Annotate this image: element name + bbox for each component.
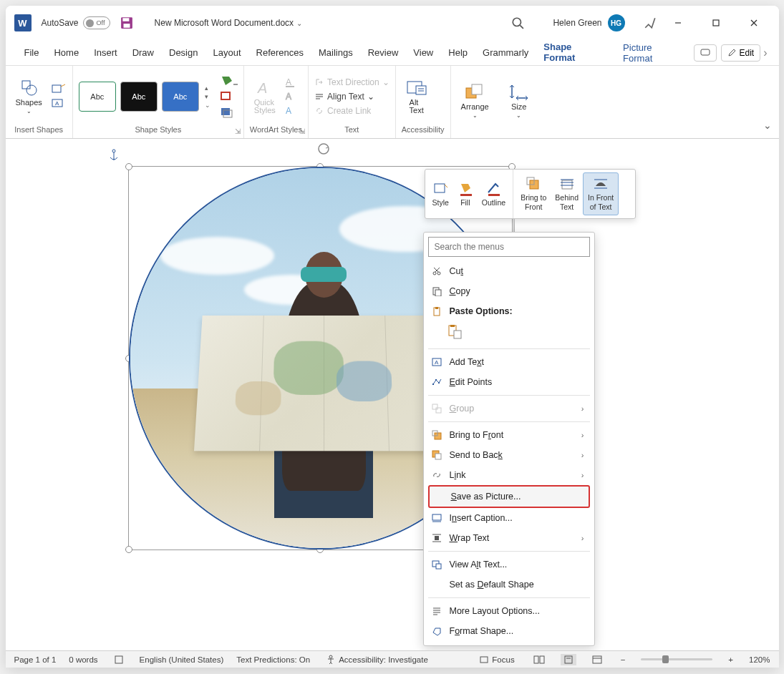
tab-help[interactable]: Help — [441, 41, 475, 64]
tab-layout[interactable]: Layout — [205, 41, 248, 64]
focus-icon — [479, 655, 489, 665]
language-status[interactable]: English (United States) — [140, 655, 224, 664]
shape-style-preset-1[interactable]: Abc — [79, 82, 116, 112]
tab-insert[interactable]: Insert — [87, 41, 125, 64]
text-direction-button[interactable]: Text Direction ⌄ — [314, 75, 389, 89]
document-area[interactable]: Style Fill Outline Bring to Front — [6, 139, 779, 668]
shape-fill-icon[interactable] — [219, 74, 238, 87]
mini-outline-button[interactable]: Outline — [478, 178, 510, 210]
shapes-button[interactable]: Shapes ⌄ — [11, 75, 47, 117]
cm-cut[interactable]: Cut — [428, 261, 590, 281]
svg-rect-82 — [115, 656, 122, 663]
text-fill-icon[interactable]: A — [284, 77, 300, 88]
alt-text-button[interactable]: Alt Text — [402, 76, 432, 117]
svg-rect-70 — [435, 454, 441, 459]
toolbar-connector — [513, 219, 515, 232]
gallery-more[interactable]: ⌄ — [205, 102, 210, 109]
mini-behind-text-button[interactable]: Behind Text — [551, 173, 583, 214]
view-print-layout[interactable] — [561, 654, 576, 665]
user-name[interactable]: Helen Green — [553, 18, 601, 28]
autosave-toggle[interactable]: Off — [83, 16, 110, 29]
in-front-text-icon — [593, 176, 609, 192]
rotate-handle-icon[interactable] — [316, 142, 331, 156]
shape-styles-launcher[interactable]: ⇲ — [235, 127, 241, 135]
ribbon-collapse-button[interactable]: ⌄ — [763, 119, 772, 131]
context-menu-search-input[interactable] — [428, 237, 590, 257]
shape-style-preset-2[interactable]: Abc — [120, 82, 158, 112]
minimize-button[interactable] — [662, 12, 695, 34]
zoom-slider[interactable] — [641, 658, 712, 660]
quick-styles-button[interactable]: A Quick Styles — [250, 76, 280, 117]
mini-style-button[interactable]: Style — [428, 178, 453, 210]
tab-design[interactable]: Design — [162, 41, 205, 64]
cm-wrap-text[interactable]: Wrap Text › — [428, 528, 590, 548]
page-count[interactable]: Page 1 of 1 — [14, 655, 57, 664]
text-effects-icon[interactable]: A — [284, 105, 300, 117]
cm-send-to-back[interactable]: Send to Back › — [428, 445, 590, 465]
tab-mailings[interactable]: Mailings — [311, 41, 361, 64]
text-box-icon[interactable]: A — [51, 98, 67, 109]
tab-file[interactable]: File — [17, 41, 47, 64]
wordart-launcher[interactable]: ⇲ — [299, 127, 305, 135]
paintbrush-icon[interactable] — [644, 16, 657, 29]
resize-handle-bl[interactable] — [125, 546, 132, 553]
cm-save-as-picture[interactable]: Save as Picture... — [428, 485, 590, 508]
size-button[interactable]: Size ⌄ — [505, 79, 533, 122]
gallery-up[interactable]: ▴ — [205, 84, 210, 92]
ribbon-group-size: Size ⌄ — [499, 66, 539, 138]
user-avatar[interactable]: HG — [608, 14, 625, 31]
spell-check-button[interactable] — [111, 655, 127, 665]
alt-text-icon — [406, 79, 427, 97]
cm-set-as-default-shape[interactable]: Set as Default Shape — [428, 575, 590, 595]
tab-review[interactable]: Review — [361, 41, 407, 64]
shape-style-preset-3[interactable]: Abc — [162, 82, 199, 112]
cm-link[interactable]: Link › — [428, 465, 590, 485]
resize-handle-tl[interactable] — [125, 163, 132, 170]
view-web-layout[interactable] — [589, 655, 605, 664]
comments-button[interactable] — [694, 44, 717, 62]
zoom-slider-knob[interactable] — [662, 655, 669, 663]
mini-in-front-of-text-button[interactable]: In Front of Text — [583, 172, 619, 215]
gallery-down[interactable]: ▾ — [205, 93, 210, 100]
word-count[interactable]: 0 words — [69, 655, 97, 664]
tab-references[interactable]: References — [249, 41, 311, 64]
cm-format-shape[interactable]: Format Shape... — [428, 621, 590, 641]
tab-home[interactable]: Home — [47, 41, 87, 64]
cm-view-alt-text[interactable]: View Alt Text... — [428, 555, 590, 575]
mini-bring-to-front-button[interactable]: Bring to Front — [516, 173, 551, 214]
zoom-level[interactable]: 120% — [749, 655, 770, 664]
shape-effects-icon[interactable] — [219, 106, 238, 119]
close-button[interactable] — [738, 12, 770, 34]
create-link-button[interactable]: Create Link — [314, 104, 371, 118]
accessibility-status[interactable]: Accessibility: Investigate — [323, 655, 431, 665]
edit-shape-icon[interactable] — [51, 84, 67, 95]
maximize-button[interactable] — [700, 12, 732, 34]
save-icon[interactable] — [120, 16, 133, 29]
tab-shape-format[interactable]: Shape Format — [536, 36, 611, 70]
chevron-down-icon[interactable]: ⌄ — [296, 19, 302, 27]
text-outline-icon[interactable]: A — [284, 91, 300, 102]
tab-draw[interactable]: Draw — [125, 41, 162, 64]
cm-copy[interactable]: Copy — [428, 281, 590, 301]
zoom-out[interactable]: − — [618, 655, 629, 664]
cm-edit-points[interactable]: Edit Points — [428, 372, 590, 392]
mini-fill-button[interactable]: Fill — [453, 178, 478, 210]
tab-grammarly[interactable]: Grammarly — [475, 41, 536, 64]
shape-outline-icon[interactable] — [219, 90, 238, 103]
zoom-in[interactable]: + — [725, 655, 736, 664]
cm-insert-caption[interactable]: Insert Caption... — [428, 508, 590, 528]
tab-picture-format[interactable]: Picture Format — [616, 36, 689, 69]
cm-bring-to-front[interactable]: Bring to Front › — [428, 425, 590, 445]
document-title[interactable]: New Microsoft Word Document.docx — [155, 18, 294, 28]
cm-add-text[interactable]: A Add Text — [428, 352, 590, 372]
align-text-button[interactable]: Align Text ⌄ — [314, 89, 374, 104]
view-read-mode[interactable] — [531, 655, 548, 664]
editing-mode-button[interactable]: Edit — [721, 44, 760, 62]
arrange-button[interactable]: Arrange ⌄ — [457, 79, 493, 122]
focus-button[interactable]: Focus — [476, 655, 517, 665]
paste-option-button[interactable] — [447, 324, 463, 340]
search-icon[interactable] — [511, 16, 524, 29]
cm-more-layout-options[interactable]: More Layout Options... — [428, 601, 590, 621]
text-predictions-status[interactable]: Text Predictions: On — [236, 655, 310, 664]
tab-view[interactable]: View — [406, 41, 441, 64]
